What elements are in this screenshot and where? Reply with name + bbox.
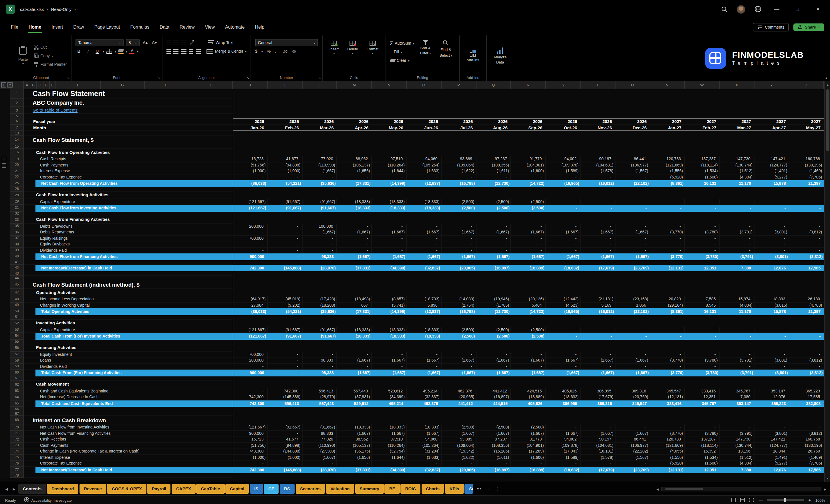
cell-U63[interactable]: 369,316 [615,388,650,394]
cell-X54[interactable]: - [720,333,755,340]
cell-O75[interactable]: (1,633) [407,454,442,461]
cell-O53[interactable]: (18,333) [407,327,442,333]
cell-X20[interactable]: (130,744) [720,162,755,168]
cell-O20[interactable]: (105,264) [407,162,442,168]
cell-W76[interactable]: (1,508) [685,461,720,467]
cell-L36[interactable]: (1,667) [302,229,337,235]
cell-Z39[interactable]: - [789,247,824,253]
cell-S60[interactable]: (1,667) [546,370,581,376]
cell-R57[interactable]: - [511,351,546,357]
cell-O73[interactable]: (105,264) [407,442,442,448]
cell-S57[interactable]: - [546,351,581,357]
cell-Z50[interactable]: 21,397 [789,308,824,315]
cell-Y37[interactable]: - [755,235,789,242]
cell-P76[interactable]: - [442,461,477,467]
cell-O48[interactable]: (18,733) [407,296,442,302]
outline-expand-button[interactable]: + [2,157,6,162]
cell-P22[interactable]: - [442,174,477,180]
scroll-left-arrow[interactable]: ◀ [655,487,660,491]
column-header-u[interactable]: U [615,81,650,89]
sheet-tab-contents[interactable]: Contents [18,484,46,494]
row-header-14[interactable]: 14 [10,135,24,144]
cell-Y39[interactable]: - [755,247,789,253]
cell-K50[interactable]: (54,221) [268,308,302,315]
outline-level-2-button[interactable]: 2 [7,83,12,88]
cell-U29[interactable]: - [615,199,650,205]
cell-S71[interactable]: (1,667) [546,431,581,437]
close-button[interactable]: × [812,6,824,12]
cell-T37[interactable]: - [581,235,615,242]
cell-P57[interactable]: - [442,351,477,357]
cell-O59[interactable]: - [407,364,442,370]
column-header-d[interactable]: D [43,81,50,89]
cell-T29[interactable]: - [581,199,615,205]
normal-view-button[interactable] [731,498,736,502]
column-header-k[interactable]: K [267,81,302,89]
cell-N25[interactable]: (14,399) [372,180,407,187]
cell-W75[interactable]: (1,534) [685,454,720,461]
cell-W21[interactable]: (1,534) [685,168,720,174]
cell-Z40[interactable]: (3,812) [789,253,824,260]
cell-J31[interactable]: (121,667) [233,205,268,211]
cell-Q22[interactable]: - [476,174,511,180]
cell-J49[interactable]: 27,984 [233,302,268,308]
cell-K75[interactable]: (1,000) [268,454,302,461]
horizontal-scroll-thumb[interactable] [665,488,703,490]
cell-X74[interactable]: 13,196 [720,448,755,454]
cell-Z48[interactable]: 26,180 [789,296,824,302]
cell-N54[interactable]: (18,333) [372,333,407,340]
cell-L22[interactable]: - [302,174,337,180]
cell-U6[interactable]: 2026 [615,119,650,125]
cell-K42[interactable]: (145,888) [268,264,302,271]
cell-X31[interactable]: - [720,205,755,211]
row-header-67[interactable]: 67 [10,411,24,416]
cell-S42[interactable]: (18,632) [546,264,581,271]
sheet-tab-valuation[interactable]: Valuation [326,484,354,494]
cell-X22[interactable]: (4,304) [720,174,755,180]
cell-V75[interactable]: (1,556) [650,454,685,461]
cell-W50[interactable]: 16,131 [685,308,720,315]
scroll-down-arrow[interactable]: ▼ [825,475,830,481]
cell-M60[interactable]: (1,667) [337,370,372,376]
cell-R38[interactable]: - [511,242,546,247]
cell-N21[interactable]: (1,644) [372,168,407,174]
cell-U50[interactable]: (22,102) [615,308,650,315]
row-header-75[interactable]: 75 [10,454,24,461]
cell-R39[interactable]: - [511,247,546,253]
cell-U71[interactable]: (1,667) [615,431,650,437]
cell-O19[interactable]: 94,060 [407,156,442,162]
cell-N59[interactable]: - [372,364,407,370]
cell-T57[interactable]: - [581,351,615,357]
cell-Q36[interactable]: (1,667) [476,229,511,235]
cell-W40[interactable]: (3,780) [685,253,720,260]
cell-L70[interactable]: (91,667) [302,424,337,431]
cell-M49[interactable]: 667 [337,302,372,308]
cell-U49[interactable]: 1,066 [615,302,650,308]
cell-K58[interactable]: - [268,357,302,364]
cell-J72[interactable]: 16,723 [233,437,268,442]
cell-M19[interactable]: 88,962 [337,156,372,162]
column-header-v[interactable]: V [650,81,685,89]
cell-U40[interactable]: (1,667) [615,253,650,260]
cell-Y77[interactable]: 12,076 [755,467,789,473]
cell-J57[interactable]: 700,000 [233,351,268,357]
cell-P53[interactable]: (2,500) [442,327,477,333]
cell-X71[interactable]: (3,791) [720,431,755,437]
wrap-text-button[interactable]: Wrap Text [208,39,234,46]
cell-Q48[interactable]: (10,946) [476,296,511,302]
cell-O35[interactable]: - [407,223,442,229]
cell-O58[interactable]: (1,667) [407,357,442,364]
cell-Y49[interactable]: (3,015) [755,302,789,308]
cell-R21[interactable]: (1,600) [511,168,546,174]
cell-V37[interactable]: - [650,235,685,242]
cell-O21[interactable]: (1,633) [407,168,442,174]
cell-W35[interactable]: - [685,223,720,229]
align-center-icon[interactable] [173,49,179,54]
cell-Z35[interactable]: - [789,223,824,229]
column-header-q[interactable]: Q [476,81,511,89]
cell-K25[interactable]: (54,221) [268,180,302,187]
cell-K49[interactable]: (9,202) [268,302,302,308]
comments-button[interactable]: Comments [753,23,789,31]
cell-S37[interactable]: - [546,235,581,242]
sheet-tab-kpis[interactable]: KPIs [445,484,464,494]
